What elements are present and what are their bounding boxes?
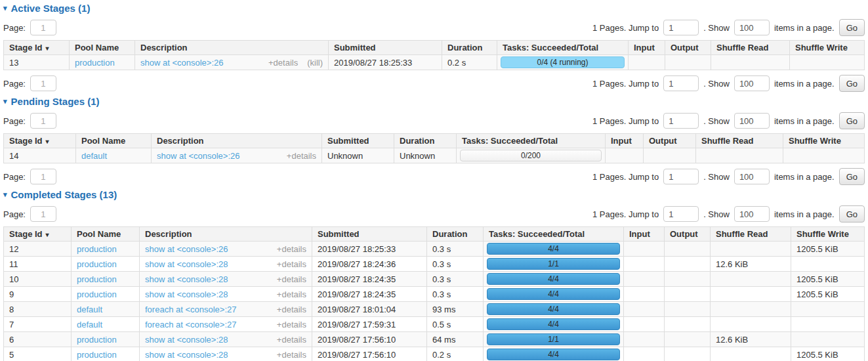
column-header-output[interactable]: Output bbox=[665, 41, 711, 55]
cell-description: show at <console>:26+details bbox=[152, 148, 322, 163]
show-count-input[interactable] bbox=[734, 113, 770, 129]
column-header-stage-id[interactable]: Stage Id▾ bbox=[4, 41, 70, 55]
column-header-description[interactable]: Description bbox=[152, 134, 322, 148]
column-header-input[interactable]: Input bbox=[624, 227, 665, 242]
page-input[interactable] bbox=[30, 75, 56, 91]
section-title-completed-stages[interactable]: ▾Completed Stages (13) bbox=[3, 189, 865, 200]
description-link[interactable]: show at <console>:28 bbox=[145, 289, 268, 299]
cell-pool-name: default bbox=[72, 302, 140, 317]
description-link[interactable]: show at <console>:26 bbox=[140, 58, 259, 68]
pool-link[interactable]: production bbox=[77, 274, 117, 284]
cell-pool-name: production bbox=[72, 257, 140, 272]
cell-shuffle-write: 1205.5 KiB bbox=[791, 287, 865, 302]
pool-link[interactable]: production bbox=[77, 259, 117, 269]
go-button[interactable]: Go bbox=[839, 205, 865, 223]
jump-to-input[interactable] bbox=[663, 206, 699, 222]
show-count-input[interactable] bbox=[734, 75, 770, 91]
details-link[interactable]: +details bbox=[277, 335, 306, 345]
column-header-shuffle-read[interactable]: Shuffle Read bbox=[696, 134, 783, 148]
jump-to-input[interactable] bbox=[663, 75, 699, 91]
pool-link[interactable]: default bbox=[77, 320, 102, 329]
column-header-pool-name[interactable]: Pool Name bbox=[70, 41, 135, 55]
column-header-description[interactable]: Description bbox=[140, 227, 312, 242]
description-link[interactable]: show at <console>:26 bbox=[145, 244, 268, 254]
description-link[interactable]: show at <console>:28 bbox=[145, 350, 268, 360]
pool-link[interactable]: default bbox=[77, 305, 102, 314]
details-link[interactable]: +details bbox=[277, 350, 306, 360]
kill-link[interactable]: (kill) bbox=[307, 58, 323, 68]
column-header-output[interactable]: Output bbox=[644, 134, 696, 148]
pool-link[interactable]: production bbox=[77, 335, 117, 345]
cell-pool-name: production bbox=[70, 55, 135, 70]
description-link[interactable]: foreach at <console>:27 bbox=[145, 305, 268, 314]
column-header-input[interactable]: Input bbox=[629, 41, 665, 55]
task-progress-label: 4/4 bbox=[548, 350, 559, 359]
column-header-shuffle-write[interactable]: Shuffle Write bbox=[791, 227, 865, 242]
column-label: Shuffle Read bbox=[716, 229, 768, 239]
column-header-pool-name[interactable]: Pool Name bbox=[72, 227, 140, 242]
column-header-shuffle-write[interactable]: Shuffle Write bbox=[790, 41, 865, 55]
description-link[interactable]: show at <console>:28 bbox=[145, 259, 268, 269]
column-header-input[interactable]: Input bbox=[606, 134, 644, 148]
description-link[interactable]: show at <console>:26 bbox=[157, 151, 278, 161]
details-link[interactable]: +details bbox=[277, 274, 306, 284]
go-button[interactable]: Go bbox=[839, 112, 865, 129]
column-header-stage-id[interactable]: Stage Id▾ bbox=[4, 227, 72, 242]
cell-duration: 0.3 s bbox=[427, 242, 484, 257]
task-progress-label: 4/4 bbox=[548, 289, 559, 299]
column-header-shuffle-write[interactable]: Shuffle Write bbox=[783, 134, 865, 148]
column-header-pool-name[interactable]: Pool Name bbox=[76, 134, 152, 148]
section-title-active-stages[interactable]: ▾Active Stages (1) bbox=[3, 3, 865, 14]
column-header-submitted[interactable]: Submitted bbox=[329, 41, 442, 55]
details-link[interactable]: +details bbox=[277, 244, 306, 254]
show-count-input[interactable] bbox=[734, 169, 770, 184]
details-link[interactable]: +details bbox=[287, 151, 316, 161]
pool-link[interactable]: production bbox=[77, 350, 117, 360]
jump-to-input[interactable] bbox=[663, 20, 699, 35]
column-label: Tasks: Succeeded/Total bbox=[503, 43, 598, 53]
description-link[interactable]: show at <console>:28 bbox=[145, 274, 268, 284]
column-header-tasks-succeeded-total[interactable]: Tasks: Succeeded/Total bbox=[457, 134, 606, 148]
page-input[interactable] bbox=[30, 113, 56, 129]
description-link[interactable]: show at <console>:28 bbox=[145, 335, 268, 345]
column-header-submitted[interactable]: Submitted bbox=[322, 134, 394, 148]
show-count-input[interactable] bbox=[734, 206, 770, 222]
jump-to-input[interactable] bbox=[663, 113, 699, 129]
column-header-tasks-succeeded-total[interactable]: Tasks: Succeeded/Total bbox=[497, 41, 629, 55]
details-link[interactable]: +details bbox=[277, 289, 306, 299]
details-link[interactable]: +details bbox=[277, 320, 306, 329]
column-label: Input bbox=[629, 229, 650, 239]
page-label: Page: bbox=[3, 116, 26, 126]
column-header-duration[interactable]: Duration bbox=[427, 227, 484, 242]
page-input[interactable] bbox=[30, 20, 56, 35]
column-header-tasks-succeeded-total[interactable]: Tasks: Succeeded/Total bbox=[484, 227, 624, 242]
column-header-submitted[interactable]: Submitted bbox=[312, 227, 427, 242]
show-count-input[interactable] bbox=[734, 20, 770, 35]
go-button[interactable]: Go bbox=[839, 168, 865, 185]
column-header-shuffle-read[interactable]: Shuffle Read bbox=[711, 41, 790, 55]
pool-link[interactable]: default bbox=[81, 151, 107, 161]
go-button[interactable]: Go bbox=[839, 75, 865, 92]
column-header-duration[interactable]: Duration bbox=[394, 134, 457, 148]
column-header-duration[interactable]: Duration bbox=[442, 41, 497, 55]
section-title-pending-stages[interactable]: ▾Pending Stages (1) bbox=[3, 96, 865, 107]
sort-desc-icon: ▾ bbox=[46, 45, 49, 52]
column-header-output[interactable]: Output bbox=[665, 227, 711, 242]
details-link[interactable]: +details bbox=[277, 259, 306, 269]
column-header-shuffle-read[interactable]: Shuffle Read bbox=[711, 227, 791, 242]
page-input[interactable] bbox=[30, 206, 56, 222]
page-control: Page: bbox=[3, 75, 56, 91]
pool-link[interactable]: production bbox=[75, 58, 115, 68]
pool-link[interactable]: production bbox=[77, 289, 117, 299]
column-label: Pool Name bbox=[75, 43, 119, 53]
cell-description: show at <console>:28+details bbox=[140, 287, 312, 302]
details-link[interactable]: +details bbox=[277, 305, 306, 314]
column-header-description[interactable]: Description bbox=[135, 41, 329, 55]
column-header-stage-id[interactable]: Stage Id▾ bbox=[4, 134, 76, 148]
go-button[interactable]: Go bbox=[839, 19, 865, 36]
page-input[interactable] bbox=[30, 169, 56, 184]
description-link[interactable]: foreach at <console>:27 bbox=[145, 320, 268, 329]
pool-link[interactable]: production bbox=[77, 244, 117, 254]
jump-to-input[interactable] bbox=[663, 169, 699, 184]
details-link[interactable]: +details bbox=[268, 58, 298, 68]
